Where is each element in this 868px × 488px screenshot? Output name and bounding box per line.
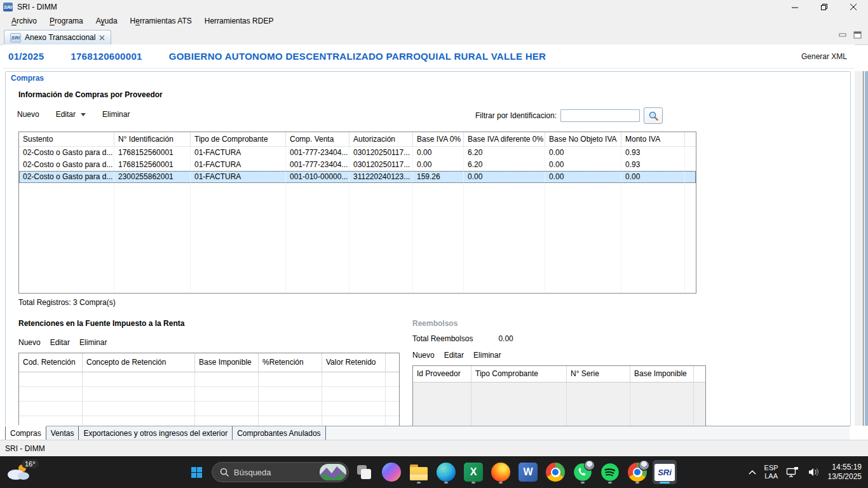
menu-archivo[interactable]: Archivo <box>5 15 43 27</box>
whatsapp-button[interactable] <box>571 460 595 484</box>
restore-button[interactable] <box>810 0 839 14</box>
retenciones-section-title: Retenciones en la Fuente Impuesto a la R… <box>18 319 184 328</box>
compras-section-title: Información de Compras por Proveedor <box>18 90 163 99</box>
ret-nuevo-button[interactable]: Nuevo <box>18 338 41 347</box>
reembolsos-total: Total Reembolsos 0.00 <box>412 334 513 343</box>
sri-dimm-button[interactable]: SRi <box>653 460 677 484</box>
editar-button[interactable]: Editar <box>56 110 86 119</box>
ret-eliminar-button[interactable]: Eliminar <box>79 338 107 347</box>
column-header[interactable]: Comp. Venta <box>286 132 349 146</box>
tab-anexo-transaccional[interactable]: SRi Anexo Transaccional <box>4 30 111 44</box>
column-header[interactable]: %Retención <box>259 353 322 372</box>
spotify-button[interactable] <box>598 460 622 484</box>
taskbar-center: Búsqueda <box>184 456 677 488</box>
column-header[interactable]: Tipo de Comprobante <box>191 132 286 146</box>
column-header[interactable]: Base IVA diferente 0% <box>464 132 545 146</box>
column-header[interactable]: Autorización <box>349 132 413 146</box>
column-header[interactable]: Base Imponible <box>195 353 259 372</box>
language-indicator[interactable]: ESP LAA <box>764 464 778 480</box>
column-header[interactable]: Monto IVA <box>621 132 685 146</box>
view-maximize-icon[interactable] <box>853 31 862 39</box>
file-explorer-button[interactable] <box>407 460 431 484</box>
firefox-button[interactable] <box>489 460 513 484</box>
filter-input[interactable] <box>560 109 640 122</box>
task-view-button[interactable] <box>352 460 376 484</box>
weather-widget[interactable]: 16° <box>6 461 42 484</box>
vertical-scrollbar[interactable] <box>855 71 868 426</box>
tab-exportaciones[interactable]: Exportaciones y otros ingresos del exter… <box>78 426 233 440</box>
document-header: 01/2025 1768120600001 GOBIERNO AUTONOMO … <box>3 44 855 69</box>
menu-herramientas-rdep[interactable]: Herramientas RDEP <box>198 15 280 27</box>
reemb-editar-button[interactable]: Editar <box>444 351 464 360</box>
edge-button[interactable] <box>434 460 458 484</box>
time-value: 14:55:19 <box>828 463 862 472</box>
tab-ventas[interactable]: Ventas <box>46 426 79 440</box>
chrome-button[interactable] <box>543 460 567 484</box>
eliminar-button[interactable]: Eliminar <box>102 110 130 119</box>
filter-search-button[interactable] <box>644 107 663 124</box>
reemb-nuevo-button[interactable]: Nuevo <box>412 351 435 360</box>
chrome-profile-2-button[interactable] <box>625 460 649 484</box>
tab-comprobantes-anulados[interactable]: Comprobantes Anulados <box>232 426 325 440</box>
window-title: SRI - DIMM <box>17 3 57 11</box>
retenciones-toolbar: Nuevo Editar Eliminar <box>18 338 107 347</box>
generar-xml-button[interactable]: Generar XML <box>801 52 847 61</box>
view-minimize-icon[interactable] <box>839 32 847 39</box>
column-header[interactable]: Cod. Retención <box>19 353 83 372</box>
column-header[interactable]: N° Identificación <box>114 132 191 146</box>
sri-app-icon: SRi <box>654 464 675 481</box>
reemb-eliminar-button[interactable]: Eliminar <box>473 351 501 360</box>
menu-herramientas-ats[interactable]: Herramientas ATS <box>124 15 198 27</box>
tab-compras[interactable]: Compras <box>5 426 46 440</box>
nuevo-button[interactable]: Nuevo <box>17 110 39 119</box>
taskbar: 16° Búsqueda <box>0 456 868 488</box>
edge-icon <box>437 463 456 482</box>
network-icon <box>786 466 800 478</box>
menu-bar: Archivo Programa Ayuda Herramientas ATS … <box>0 14 868 28</box>
column-header[interactable]: Valor Retenido <box>322 353 386 372</box>
period-value: 01/2025 <box>8 51 44 62</box>
excel-button[interactable]: X <box>461 460 485 484</box>
total-registros: Total Registros: 3 Compra(s) <box>18 298 116 307</box>
tray-chevron-up-icon[interactable] <box>748 470 757 475</box>
reembolsos-section-title: Reembolsos <box>412 319 458 328</box>
bing-wallpaper-thumbnail[interactable] <box>320 464 346 480</box>
copilot-button[interactable] <box>379 460 403 484</box>
column-header[interactable]: Concepto de Retención <box>83 353 195 372</box>
table-row-selected[interactable]: 02-Costo o Gasto para d... 2300255862001… <box>19 171 696 183</box>
tab-close-icon[interactable] <box>99 35 105 41</box>
column-header[interactable]: Sustento <box>19 132 114 146</box>
column-header[interactable]: Tipo Comprobante <box>471 366 567 382</box>
task-view-icon <box>357 465 371 479</box>
close-button[interactable] <box>839 0 868 14</box>
menu-ayuda[interactable]: Ayuda <box>90 15 124 27</box>
table-row[interactable]: 02-Costo o Gasto para d... 1768152560001… <box>19 159 696 171</box>
sri-tab-icon: SRi <box>10 33 21 43</box>
weather-temp: 16° <box>22 459 39 468</box>
column-header[interactable]: N° Serie <box>567 366 630 382</box>
filter-row: Filtrar por Identificacion: <box>475 107 663 124</box>
start-button[interactable] <box>184 460 208 484</box>
editar-dropdown-icon[interactable] <box>81 113 86 116</box>
taskbar-search[interactable]: Búsqueda <box>212 462 349 482</box>
retenciones-table-empty <box>19 372 399 426</box>
tab-label: Anexo Transaccional <box>25 33 95 42</box>
ret-editar-button[interactable]: Editar <box>50 338 70 347</box>
volume-button[interactable] <box>808 467 820 477</box>
status-bar: SRI - DIMM <box>0 440 868 456</box>
column-header[interactable]: Id Proveedor <box>413 366 471 382</box>
column-header[interactable]: Base Imponible <box>630 366 694 382</box>
scrollbar-thumb[interactable] <box>865 71 868 426</box>
view-tab-strip: SRi Anexo Transaccional <box>0 28 868 45</box>
speaker-icon <box>808 467 820 477</box>
minimize-button[interactable] <box>780 0 810 14</box>
clock[interactable]: 14:55:19 13/5/2025 <box>828 463 862 482</box>
app-logo-icon: SRi <box>3 3 13 11</box>
word-button[interactable]: W <box>516 460 540 484</box>
network-button[interactable] <box>786 466 800 478</box>
menu-programa[interactable]: Programa <box>43 15 90 27</box>
column-header[interactable]: Base IVA 0% <box>413 132 464 146</box>
column-header[interactable]: Base No Objeto IVA <box>545 132 621 146</box>
word-icon: W <box>519 463 538 482</box>
table-row[interactable]: 02-Costo o Gasto para d... 1768152560001… <box>19 147 696 159</box>
